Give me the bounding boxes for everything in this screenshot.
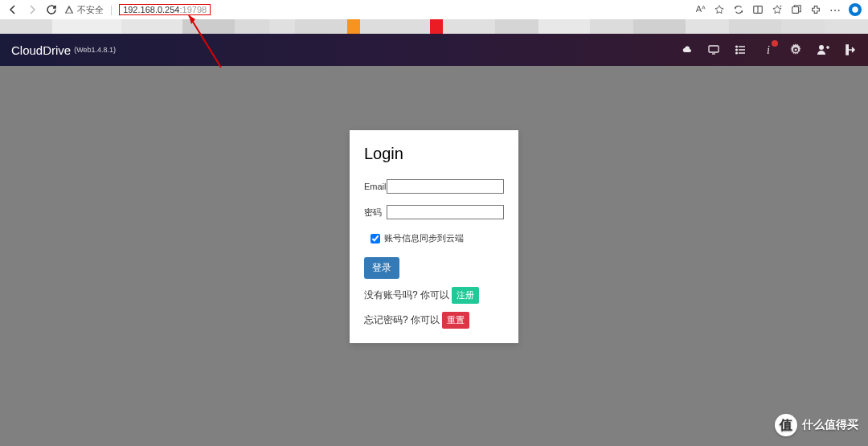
color-strip [0,19,868,34]
favorites-icon[interactable] [772,4,783,15]
list-icon[interactable] [735,43,747,56]
watermark: 值 什么值得买 [775,414,858,436]
cloud-icon[interactable] [680,43,693,56]
sync-icon[interactable] [733,4,744,15]
app-title: CloudDrive [11,43,71,57]
forgot-text: 忘记密码? 你可以 [364,314,442,325]
svg-point-13 [736,52,738,54]
url-port: :19798 [179,5,207,14]
app-toolbar: i [680,43,857,56]
email-field[interactable] [387,179,504,194]
forward-button[interactable] [26,3,39,16]
no-account-text: 没有账号吗? 你可以 [364,289,452,301]
content-area: Login Email 密码 账号信息同步到云端 登录 没有账号吗? 你可以 注… [0,66,868,446]
extensions-icon[interactable] [810,4,821,15]
sync-label: 账号信息同步到云端 [384,232,464,244]
browser-actions: Aᴬ ⋯ [696,3,862,16]
email-row: Email [364,179,504,194]
sync-checkbox[interactable] [371,234,380,243]
url-ip: 192.168.0.254 [123,5,179,14]
svg-point-3 [852,6,858,13]
svg-rect-2 [792,7,799,14]
security-indicator[interactable]: 不安全 [64,4,104,16]
register-button[interactable]: 注册 [452,287,479,304]
svg-text:i: i [767,44,770,56]
add-user-icon[interactable] [817,43,829,56]
refresh-button[interactable] [45,3,58,16]
login-button[interactable]: 登录 [364,257,399,279]
watermark-text: 什么值得买 [802,418,858,432]
info-icon[interactable]: i [762,43,775,56]
svg-point-15 [819,45,824,50]
url-box[interactable]: 192.168.0.254:19798 [119,4,211,15]
collections-icon[interactable] [791,4,802,15]
register-line: 没有账号吗? 你可以 注册 [364,287,504,304]
watermark-badge: 值 [775,414,797,436]
logout-icon[interactable] [844,43,857,56]
login-card: Login Email 密码 账号信息同步到云端 登录 没有账号吗? 你可以 注… [350,130,518,343]
login-title: Login [364,145,504,163]
app-version: (Web1.4.8.1) [74,46,116,54]
settings-icon[interactable] [789,43,802,56]
svg-point-12 [736,49,738,51]
password-label: 密码 [364,207,387,219]
text-size-icon[interactable]: Aᴬ [696,4,706,15]
password-field[interactable] [387,205,504,219]
divider: | [110,4,113,15]
svg-point-11 [736,46,738,47]
reset-line: 忘记密码? 你可以 重置 [364,312,504,329]
app-header: CloudDrive (Web1.4.8.1) i [0,34,868,66]
password-row: 密码 [364,205,504,219]
sync-row: 账号信息同步到云端 [371,232,504,244]
browser-toolbar: 不安全 | 192.168.0.254:19798 Aᴬ ⋯ [0,0,868,19]
svg-rect-6 [709,46,719,52]
more-icon[interactable]: ⋯ [829,4,841,15]
back-button[interactable] [6,3,19,16]
split-icon[interactable] [752,4,764,15]
reset-button[interactable]: 重置 [442,312,469,329]
notification-badge [772,40,778,47]
insecure-label: 不安全 [77,4,104,16]
monitor-icon[interactable] [707,43,720,56]
star-icon[interactable] [714,4,725,15]
copilot-icon[interactable] [849,3,862,16]
email-label: Email [364,182,387,191]
